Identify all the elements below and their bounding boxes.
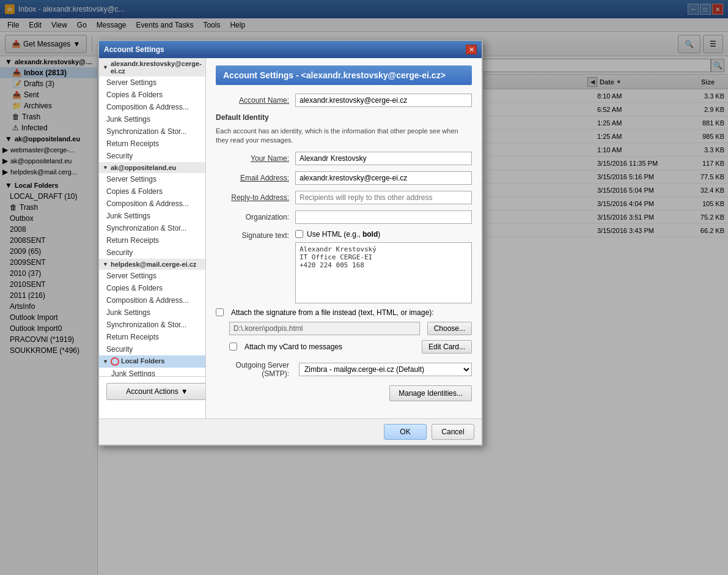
account-actions-dropdown-icon: ▼ <box>181 387 188 396</box>
file-path-row: Choose... <box>216 322 472 335</box>
tree-local-arrow-icon: ▼ <box>103 358 108 365</box>
email-row: Email Address: <box>216 171 472 185</box>
your-name-row: Your Name: <box>216 152 472 165</box>
tree-item-composition-1[interactable]: Composition & Address... <box>99 101 205 113</box>
manage-identities-button[interactable]: Manage Identities... <box>389 385 472 401</box>
tree-item-sync-2[interactable]: Synchronization & Stor... <box>99 222 205 234</box>
attach-file-row: Attach the signature from a file instead… <box>216 308 472 317</box>
smtp-row: Outgoing Server (SMTP): Zimbra - mailgw.… <box>216 361 472 378</box>
tree-arrow-icon: ▼ <box>103 64 108 70</box>
vcard-label: Attach my vCard to messages <box>245 343 418 351</box>
settings-panel-header: Account Settings - <alexandr.krestovsky@… <box>216 65 472 85</box>
sig-controls: Use HTML (e.g., bold) Alexandr Krestovsk… <box>295 230 472 303</box>
tree-item-junk-3[interactable]: Junk Settings <box>99 306 205 319</box>
dialog-close-button[interactable]: ✕ <box>466 45 477 54</box>
account-name-row: Account Name: <box>216 94 472 107</box>
dialog-body: ▼ alexandr.krestovsky@cerge-ei.cz Server… <box>99 58 482 418</box>
default-identity-label: Default Identity <box>216 113 472 122</box>
tree-item-junk-1[interactable]: Junk Settings <box>99 113 205 125</box>
choose-button[interactable]: Choose... <box>427 322 472 335</box>
reply-row: Reply-to Address: <box>216 191 472 204</box>
org-row: Organization: <box>216 210 472 224</box>
tree-item-composition-2[interactable]: Composition & Address... <box>99 198 205 210</box>
sig-html-checkbox[interactable] <box>295 230 303 238</box>
tree-account1-name: alexandr.krestovsky@cerge-ei.cz <box>111 60 202 75</box>
tree-item-receipts-1[interactable]: Return Receipts <box>99 138 205 150</box>
attach-file-checkbox[interactable] <box>216 308 224 316</box>
vcard-row: Attach my vCard to messages Edit Card... <box>216 340 472 354</box>
dialog-titlebar: Account Settings ✕ <box>99 41 482 58</box>
default-identity-desc: Each account has an identity, which is t… <box>216 127 472 146</box>
tree-item-server-settings-1[interactable]: Server Settings <box>99 76 205 89</box>
settings-panel: Account Settings - <alexandr.krestovsky@… <box>206 58 482 418</box>
account-name-input[interactable] <box>295 94 472 107</box>
sig-text-label: Signature text: <box>216 230 295 240</box>
account-settings-dialog: Account Settings ✕ ▼ alexandr.krestovsky… <box>98 40 483 446</box>
your-name-label: Your Name: <box>216 154 295 163</box>
tree-item-junk-2[interactable]: Junk Settings <box>99 210 205 222</box>
tree-item-copies-folders-2[interactable]: Copies & Folders <box>99 185 205 198</box>
file-path-input[interactable] <box>229 322 420 335</box>
email-label: Email Address: <box>216 174 295 182</box>
sig-html-row: Use HTML (e.g., bold) <box>295 230 472 239</box>
tree-account3-header[interactable]: ▼ helpdesk@mail.cerge-ei.cz <box>99 259 205 270</box>
edit-card-button[interactable]: Edit Card... <box>422 340 472 354</box>
your-name-input[interactable] <box>295 152 472 165</box>
tree-item-security-2[interactable]: Security <box>99 247 205 259</box>
sig-html-label: Use HTML (e.g., bold) <box>307 230 380 239</box>
tree-local-folders-header[interactable]: ▼ Local Folders <box>99 355 205 368</box>
dialog-footer: OK Cancel <box>99 418 482 445</box>
tree-item-composition-3[interactable]: Composition & Address... <box>99 294 205 306</box>
tree-item-copies-folders-3[interactable]: Copies & Folders <box>99 282 205 294</box>
smtp-select[interactable]: Zimbra - mailgw.cerge-ei.cz (Default) <box>299 363 472 376</box>
tree-item-receipts-3[interactable]: Return Receipts <box>99 331 205 343</box>
tree-item-sync-3[interactable]: Synchronization & Stor... <box>99 319 205 331</box>
tree-account2-header[interactable]: ▼ ak@oppositeland.eu <box>99 162 205 173</box>
sig-textarea[interactable]: Alexandr Krestovský IT Office CERGE-EI +… <box>295 242 472 303</box>
settings-header-text: Account Settings - <alexandr.krestovsky@… <box>223 70 446 80</box>
tree-item-copies-folders-1[interactable]: Copies & Folders <box>99 89 205 101</box>
ok-button[interactable]: OK <box>384 424 427 440</box>
tree-account3-arrow-icon: ▼ <box>103 261 108 267</box>
account-name-label: Account Name: <box>216 96 295 105</box>
smtp-label: Outgoing Server (SMTP): <box>216 361 295 378</box>
tree-local-folders-name: Local Folders <box>111 357 165 366</box>
tree-panel: ▼ alexandr.krestovsky@cerge-ei.cz Server… <box>99 58 206 418</box>
cancel-button[interactable]: Cancel <box>432 424 474 440</box>
tree-account2-name: ak@oppositeland.eu <box>111 164 176 171</box>
tree-item-sync-1[interactable]: Synchronization & Stor... <box>99 125 205 138</box>
tree-item-server-settings-2[interactable]: Server Settings <box>99 173 205 185</box>
account-actions-label: Account Actions <box>126 387 178 396</box>
reply-label: Reply-to Address: <box>216 193 295 202</box>
tree-account3-name: helpdesk@mail.cerge-ei.cz <box>111 261 196 268</box>
tree-account1-header[interactable]: ▼ alexandr.krestovsky@cerge-ei.cz <box>99 58 205 76</box>
tree-account2-arrow-icon: ▼ <box>103 165 108 171</box>
modal-overlay: Account Settings ✕ ▼ alexandr.krestovsky… <box>0 0 728 575</box>
dialog-title: Account Settings <box>104 45 466 54</box>
tree-item-server-settings-3[interactable]: Server Settings <box>99 270 205 282</box>
tree-item-security-3[interactable]: Security <box>99 343 205 355</box>
signature-row: Signature text: Use HTML (e.g., bold) Al… <box>216 230 472 303</box>
email-input[interactable] <box>295 171 472 185</box>
reply-input[interactable] <box>295 191 472 204</box>
tree-item-security-1[interactable]: Security <box>99 150 205 162</box>
tree-item-junk-local[interactable]: Junk Settings <box>99 368 205 376</box>
tree-item-receipts-2[interactable]: Return Receipts <box>99 234 205 247</box>
vcard-checkbox[interactable] <box>229 343 237 351</box>
org-input[interactable] <box>295 210 472 224</box>
attach-file-label: Attach the signature from a file instead… <box>231 308 472 317</box>
org-label: Organization: <box>216 213 295 221</box>
account-actions-button[interactable]: Account Actions ▼ <box>106 383 206 400</box>
